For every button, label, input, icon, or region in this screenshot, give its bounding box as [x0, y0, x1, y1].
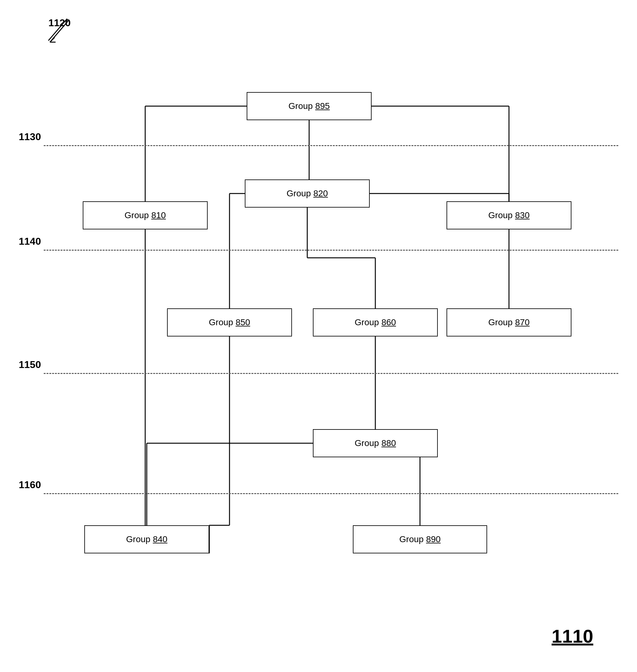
group-880-label: Group 880: [355, 438, 396, 448]
group-830-label: Group 830: [488, 210, 530, 220]
label-1130: 1130: [19, 131, 41, 143]
group-860-box: Group 860: [313, 309, 438, 336]
label-1140: 1140: [19, 236, 41, 247]
group-870-label: Group 870: [488, 317, 530, 328]
group-830-box: Group 830: [447, 201, 571, 229]
group-860-label: Group 860: [355, 317, 396, 328]
group-820-box: Group 820: [245, 180, 370, 208]
dashed-line-1130: [44, 145, 618, 146]
arrow-label-1120: 1120: [49, 17, 71, 29]
group-850-box: Group 850: [167, 309, 292, 336]
group-820-label: Group 820: [287, 188, 328, 199]
label-1150: 1150: [19, 359, 41, 371]
group-890-box: Group 890: [353, 525, 487, 554]
group-890-label: Group 890: [399, 534, 441, 544]
group-810-box: Group 810: [83, 201, 208, 229]
dashed-line-1160: [44, 493, 618, 494]
label-1160: 1160: [19, 479, 41, 491]
dashed-line-1150: [44, 373, 618, 374]
figure-label: 1110: [552, 626, 593, 647]
dashed-line-1140: [44, 250, 618, 250]
group-870-box: Group 870: [447, 309, 571, 336]
group-895-box: Group 895: [247, 92, 371, 120]
group-810-label: Group 810: [125, 210, 166, 220]
group-880-box: Group 880: [313, 429, 438, 457]
group-840-box: Group 840: [84, 525, 209, 554]
diagram-container: 1120: [0, 0, 637, 672]
group-850-label: Group 850: [209, 317, 250, 328]
group-895-label: Group 895: [289, 101, 330, 111]
group-840-label: Group 840: [126, 534, 167, 544]
